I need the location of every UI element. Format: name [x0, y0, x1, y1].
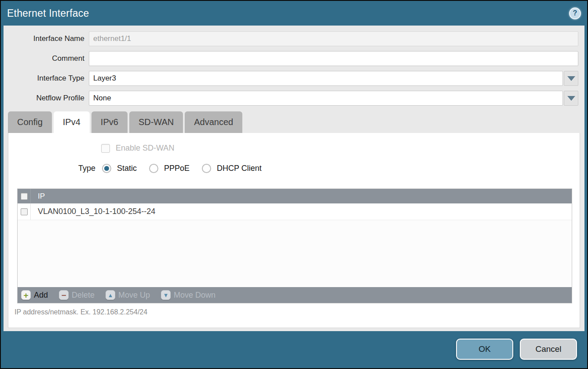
arrow-up-icon: ▲: [106, 290, 115, 300]
form-row-interface-name: Interface Name: [4, 31, 578, 46]
form-row-interface-type: Interface Type: [4, 71, 578, 86]
tab-ipv6[interactable]: IPv6: [91, 111, 128, 133]
comment-field[interactable]: [89, 51, 578, 66]
netflow-profile-label: Netflow Profile: [4, 94, 89, 103]
ipv4-tab-panel: Enable SD-WAN Type Static PPPoE DHCP Cli…: [8, 133, 580, 328]
select-all-checkbox[interactable]: [21, 193, 28, 200]
interface-type-dropdown-button[interactable]: [564, 71, 578, 86]
ok-button[interactable]: OK: [456, 339, 513, 360]
cancel-button[interactable]: Cancel: [520, 339, 577, 360]
add-button[interactable]: + Add: [21, 290, 48, 300]
netflow-profile-select[interactable]: [89, 91, 563, 106]
tab-advanced[interactable]: Advanced: [185, 111, 242, 133]
radio-dhcp-client-label[interactable]: DHCP Client: [217, 164, 262, 173]
type-radio-group: Type Static PPPoE DHCP Client: [78, 164, 274, 173]
enable-sdwan-label: Enable SD-WAN: [116, 144, 174, 153]
tab-ipv4[interactable]: IPv4: [54, 111, 90, 133]
ip-format-hint: IP address/netmask. Ex. 192.168.2.254/24: [15, 308, 147, 316]
dialog-body: Interface Name Comment Interface Type Ne…: [4, 26, 584, 331]
move-up-button: ▲ Move Up: [106, 290, 150, 300]
dialog-titlebar: Ethernet Interface ?: [1, 1, 587, 26]
netflow-profile-dropdown-button[interactable]: [564, 91, 578, 106]
interface-name-field: [89, 31, 578, 46]
radio-static[interactable]: [102, 164, 111, 173]
tab-bar: Config IPv4 IPv6 SD-WAN Advanced: [8, 111, 584, 133]
ip-column-header: IP: [31, 192, 45, 201]
interface-name-label: Interface Name: [4, 34, 89, 43]
radio-pppoe-label[interactable]: PPPoE: [164, 164, 190, 173]
dialog-title: Ethernet Interface: [7, 7, 89, 19]
form-row-comment: Comment: [4, 51, 578, 66]
chevron-down-icon: [567, 96, 575, 101]
row-checkbox[interactable]: [21, 208, 28, 215]
radio-pppoe[interactable]: [149, 164, 158, 173]
form-row-netflow-profile: Netflow Profile: [4, 91, 578, 106]
ip-table-header: IP: [18, 189, 572, 203]
chevron-down-icon: [567, 76, 575, 81]
plus-icon: +: [21, 290, 31, 300]
ip-table: IP VLAN0100_L3_10-1-100-254--24 + Add −: [17, 188, 572, 303]
enable-sdwan-row: Enable SD-WAN: [101, 144, 174, 153]
tab-config[interactable]: Config: [8, 111, 52, 133]
tab-sdwan[interactable]: SD-WAN: [129, 111, 183, 133]
table-toolbar: + Add − Delete ▲ Move Up ▼ Move Down: [18, 287, 572, 303]
delete-button: − Delete: [59, 290, 95, 300]
help-icon[interactable]: ?: [569, 7, 581, 19]
table-row[interactable]: VLAN0100_L3_10-1-100-254--24: [18, 203, 572, 220]
enable-sdwan-checkbox: [101, 144, 110, 153]
minus-icon: −: [59, 290, 69, 300]
ethernet-interface-dialog: Ethernet Interface ? Interface Name Comm…: [0, 0, 588, 369]
interface-type-label: Interface Type: [4, 74, 89, 83]
ip-cell[interactable]: VLAN0100_L3_10-1-100-254--24: [31, 207, 155, 216]
type-label: Type: [78, 164, 95, 173]
table-empty-area: [18, 220, 572, 287]
dialog-footer: OK Cancel: [1, 330, 587, 368]
move-down-button: ▼ Move Down: [161, 290, 215, 300]
interface-type-select[interactable]: [89, 71, 563, 86]
radio-static-label[interactable]: Static: [117, 164, 137, 173]
radio-dhcp-client[interactable]: [202, 164, 211, 173]
comment-label: Comment: [4, 54, 89, 63]
arrow-down-icon: ▼: [161, 290, 171, 300]
